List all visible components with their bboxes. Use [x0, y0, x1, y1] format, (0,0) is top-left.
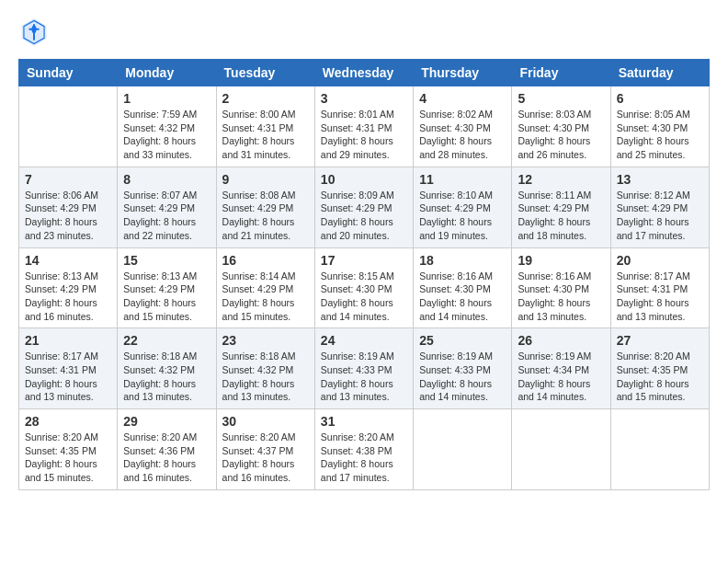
- day-number: 10: [321, 172, 407, 187]
- calendar-cell-w5-d6: [512, 409, 610, 490]
- day-info: Sunrise: 8:13 AMSunset: 4:29 PMDaylight:…: [25, 270, 111, 324]
- col-sunday: Sunday: [19, 60, 118, 86]
- calendar-cell-w3-d1: 14Sunrise: 8:13 AMSunset: 4:29 PMDayligh…: [19, 247, 118, 328]
- calendar-cell-w3-d4: 17Sunrise: 8:15 AMSunset: 4:30 PMDayligh…: [314, 247, 413, 328]
- calendar-cell-w2-d1: 7Sunrise: 8:06 AMSunset: 4:29 PMDaylight…: [19, 167, 118, 247]
- calendar-cell-w4-d6: 26Sunrise: 8:19 AMSunset: 4:34 PMDayligh…: [512, 328, 610, 409]
- calendar-cell-w5-d7: [610, 409, 709, 490]
- day-number: 7: [25, 172, 111, 187]
- col-monday: Monday: [118, 60, 216, 86]
- calendar-cell-w1-d5: 4Sunrise: 8:02 AMSunset: 4:30 PMDaylight…: [414, 86, 512, 167]
- day-info: Sunrise: 8:10 AMSunset: 4:29 PMDaylight:…: [419, 189, 506, 243]
- day-info: Sunrise: 8:20 AMSunset: 4:35 PMDaylight:…: [617, 350, 703, 404]
- calendar-cell-w3-d3: 16Sunrise: 8:14 AMSunset: 4:29 PMDayligh…: [216, 247, 314, 328]
- page-header: [18, 18, 710, 50]
- day-number: 29: [123, 414, 210, 429]
- day-info: Sunrise: 8:09 AMSunset: 4:29 PMDaylight:…: [321, 189, 407, 243]
- calendar-cell-w2-d5: 11Sunrise: 8:10 AMSunset: 4:29 PMDayligh…: [414, 167, 512, 247]
- day-info: Sunrise: 8:07 AMSunset: 4:29 PMDaylight:…: [123, 189, 210, 243]
- calendar-cell-w3-d7: 20Sunrise: 8:17 AMSunset: 4:31 PMDayligh…: [610, 247, 709, 328]
- day-number: 23: [222, 333, 309, 348]
- day-info: Sunrise: 8:19 AMSunset: 4:34 PMDaylight:…: [518, 350, 604, 404]
- day-number: 8: [123, 172, 210, 187]
- day-number: 22: [123, 333, 210, 348]
- day-number: 27: [617, 333, 703, 348]
- calendar-week-4: 21Sunrise: 8:17 AMSunset: 4:31 PMDayligh…: [19, 328, 710, 409]
- calendar-week-5: 28Sunrise: 8:20 AMSunset: 4:35 PMDayligh…: [19, 409, 710, 490]
- day-number: 17: [321, 253, 407, 268]
- col-friday: Friday: [512, 60, 610, 86]
- day-number: 28: [25, 414, 111, 429]
- day-info: Sunrise: 8:12 AMSunset: 4:29 PMDaylight:…: [617, 189, 703, 243]
- calendar-cell-w5-d4: 31Sunrise: 8:20 AMSunset: 4:38 PMDayligh…: [314, 409, 413, 490]
- calendar-week-3: 14Sunrise: 8:13 AMSunset: 4:29 PMDayligh…: [19, 247, 710, 328]
- day-number: 19: [518, 253, 604, 268]
- calendar-cell-w2-d6: 12Sunrise: 8:11 AMSunset: 4:29 PMDayligh…: [512, 167, 610, 247]
- calendar-cell-w3-d5: 18Sunrise: 8:16 AMSunset: 4:30 PMDayligh…: [414, 247, 512, 328]
- day-info: Sunrise: 8:14 AMSunset: 4:29 PMDaylight:…: [222, 270, 309, 324]
- day-number: 11: [419, 172, 506, 187]
- day-info: Sunrise: 8:03 AMSunset: 4:30 PMDaylight:…: [518, 108, 604, 162]
- calendar-table: Sunday Monday Tuesday Wednesday Thursday…: [18, 59, 710, 490]
- calendar-cell-w1-d4: 3Sunrise: 8:01 AMSunset: 4:31 PMDaylight…: [314, 86, 413, 167]
- day-number: 9: [222, 172, 309, 187]
- day-info: Sunrise: 8:06 AMSunset: 4:29 PMDaylight:…: [25, 189, 111, 243]
- day-info: Sunrise: 8:00 AMSunset: 4:31 PMDaylight:…: [222, 108, 309, 162]
- calendar-cell-w3-d6: 19Sunrise: 8:16 AMSunset: 4:30 PMDayligh…: [512, 247, 610, 328]
- calendar-cell-w5-d1: 28Sunrise: 8:20 AMSunset: 4:35 PMDayligh…: [19, 409, 118, 490]
- calendar-cell-w4-d4: 24Sunrise: 8:19 AMSunset: 4:33 PMDayligh…: [314, 328, 413, 409]
- day-info: Sunrise: 8:11 AMSunset: 4:29 PMDaylight:…: [518, 189, 604, 243]
- calendar-cell-w1-d2: 1Sunrise: 7:59 AMSunset: 4:32 PMDaylight…: [118, 86, 216, 167]
- calendar-header-row: Sunday Monday Tuesday Wednesday Thursday…: [19, 60, 710, 86]
- day-info: Sunrise: 8:17 AMSunset: 4:31 PMDaylight:…: [25, 350, 111, 404]
- day-number: 3: [321, 91, 407, 106]
- logo-mark: [18, 18, 48, 50]
- calendar-cell-w4-d5: 25Sunrise: 8:19 AMSunset: 4:33 PMDayligh…: [414, 328, 512, 409]
- day-info: Sunrise: 8:19 AMSunset: 4:33 PMDaylight:…: [321, 350, 407, 404]
- day-info: Sunrise: 8:20 AMSunset: 4:37 PMDaylight:…: [222, 431, 309, 485]
- calendar-cell-w1-d1: [19, 86, 118, 167]
- calendar-cell-w2-d4: 10Sunrise: 8:09 AMSunset: 4:29 PMDayligh…: [314, 167, 413, 247]
- day-info: Sunrise: 8:16 AMSunset: 4:30 PMDaylight:…: [518, 270, 604, 324]
- calendar-week-2: 7Sunrise: 8:06 AMSunset: 4:29 PMDaylight…: [19, 167, 710, 247]
- day-number: 18: [419, 253, 506, 268]
- day-number: 20: [617, 253, 703, 268]
- day-info: Sunrise: 8:13 AMSunset: 4:29 PMDaylight:…: [123, 270, 210, 324]
- calendar-cell-w4-d2: 22Sunrise: 8:18 AMSunset: 4:32 PMDayligh…: [118, 328, 216, 409]
- day-number: 14: [25, 253, 111, 268]
- day-info: Sunrise: 8:19 AMSunset: 4:33 PMDaylight:…: [419, 350, 506, 404]
- calendar-cell-w5-d2: 29Sunrise: 8:20 AMSunset: 4:36 PMDayligh…: [118, 409, 216, 490]
- day-number: 24: [321, 333, 407, 348]
- day-info: Sunrise: 8:18 AMSunset: 4:32 PMDaylight:…: [222, 350, 309, 404]
- calendar-cell-w4-d3: 23Sunrise: 8:18 AMSunset: 4:32 PMDayligh…: [216, 328, 314, 409]
- day-number: 13: [617, 172, 703, 187]
- calendar-cell-w2-d7: 13Sunrise: 8:12 AMSunset: 4:29 PMDayligh…: [610, 167, 709, 247]
- col-saturday: Saturday: [610, 60, 709, 86]
- calendar-cell-w1-d6: 5Sunrise: 8:03 AMSunset: 4:30 PMDaylight…: [512, 86, 610, 167]
- calendar-cell-w4-d1: 21Sunrise: 8:17 AMSunset: 4:31 PMDayligh…: [19, 328, 118, 409]
- day-number: 25: [419, 333, 506, 348]
- day-number: 6: [617, 91, 703, 106]
- day-number: 30: [222, 414, 309, 429]
- day-info: Sunrise: 8:01 AMSunset: 4:31 PMDaylight:…: [321, 108, 407, 162]
- calendar-cell-w1-d7: 6Sunrise: 8:05 AMSunset: 4:30 PMDaylight…: [610, 86, 709, 167]
- day-info: Sunrise: 8:18 AMSunset: 4:32 PMDaylight:…: [123, 350, 210, 404]
- day-number: 2: [222, 91, 309, 106]
- day-info: Sunrise: 8:02 AMSunset: 4:30 PMDaylight:…: [419, 108, 506, 162]
- day-info: Sunrise: 8:16 AMSunset: 4:30 PMDaylight:…: [419, 270, 506, 324]
- day-info: Sunrise: 8:05 AMSunset: 4:30 PMDaylight:…: [617, 108, 703, 162]
- col-thursday: Thursday: [414, 60, 512, 86]
- day-info: Sunrise: 8:17 AMSunset: 4:31 PMDaylight:…: [617, 270, 703, 324]
- day-info: Sunrise: 7:59 AMSunset: 4:32 PMDaylight:…: [123, 108, 210, 162]
- day-info: Sunrise: 8:20 AMSunset: 4:35 PMDaylight:…: [25, 431, 111, 485]
- calendar-cell-w1-d3: 2Sunrise: 8:00 AMSunset: 4:31 PMDaylight…: [216, 86, 314, 167]
- calendar-cell-w5-d5: [414, 409, 512, 490]
- logo: [18, 18, 48, 50]
- col-tuesday: Tuesday: [216, 60, 314, 86]
- day-number: 12: [518, 172, 604, 187]
- day-number: 1: [123, 91, 210, 106]
- day-number: 5: [518, 91, 604, 106]
- day-number: 26: [518, 333, 604, 348]
- day-number: 15: [123, 253, 210, 268]
- calendar-cell-w4-d7: 27Sunrise: 8:20 AMSunset: 4:35 PMDayligh…: [610, 328, 709, 409]
